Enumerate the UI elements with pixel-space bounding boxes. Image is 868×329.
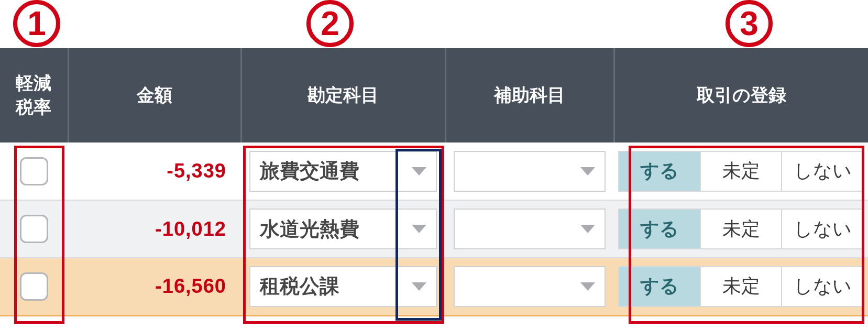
- register-segment: する 未定 しない: [618, 266, 864, 307]
- account-select-value: 租税公課: [260, 273, 339, 300]
- register-option-dont[interactable]: しない: [782, 267, 863, 306]
- col-header-reduced-rate: 軽減 税率: [0, 48, 68, 142]
- col-header-sub-account: 補助科目: [445, 48, 614, 142]
- annotation-badge-1: 1: [13, 0, 60, 47]
- register-option-undecided[interactable]: 未定: [701, 210, 783, 248]
- reduced-rate-checkbox[interactable]: [20, 157, 48, 185]
- sub-account-select[interactable]: [454, 209, 606, 249]
- register-option-undecided[interactable]: 未定: [701, 267, 783, 306]
- amount-cell: -5,339: [68, 142, 241, 200]
- register-option-dont[interactable]: しない: [782, 210, 863, 248]
- account-select[interactable]: 租税公課: [249, 266, 437, 307]
- col-header-account: 勘定科目: [241, 48, 445, 142]
- account-select[interactable]: 水道光熱費: [249, 209, 437, 249]
- register-option-do[interactable]: する: [619, 210, 701, 248]
- register-option-do[interactable]: する: [619, 152, 701, 191]
- chevron-down-icon: [580, 167, 595, 176]
- register-segment: する 未定 しない: [618, 209, 864, 249]
- register-option-do[interactable]: する: [619, 267, 701, 306]
- sub-account-select[interactable]: [454, 151, 606, 192]
- chevron-down-icon: [412, 167, 426, 176]
- chevron-down-icon: [580, 282, 595, 291]
- register-option-dont[interactable]: しない: [782, 152, 863, 191]
- account-select-value: 水道光熱費: [260, 216, 359, 243]
- table-row: -16,560 租税公課 する 未定 しない: [0, 258, 868, 315]
- table-row: -10,012 水道光熱費 する 未定 しない: [0, 200, 868, 258]
- amount-cell: -16,560: [68, 258, 241, 315]
- col-header-register: 取引の登録: [614, 48, 868, 142]
- transactions-table: 軽減 税率 金額 勘定科目 補助科目 取引の登録 -5,339 旅費交通費: [0, 48, 868, 316]
- chevron-down-icon: [580, 225, 595, 233]
- table-header-row: 軽減 税率 金額 勘定科目 補助科目 取引の登録: [0, 48, 868, 142]
- register-option-undecided[interactable]: 未定: [701, 152, 783, 191]
- annotation-badge-2: 2: [306, 0, 354, 47]
- annotation-badge-3: 3: [726, 0, 773, 47]
- amount-cell: -10,012: [68, 200, 241, 258]
- table-row: -5,339 旅費交通費 する 未定 しない: [0, 142, 868, 200]
- chevron-down-icon: [412, 282, 426, 291]
- account-select[interactable]: 旅費交通費: [249, 151, 437, 192]
- col-header-amount: 金額: [68, 48, 241, 142]
- reduced-rate-checkbox[interactable]: [20, 215, 48, 243]
- sub-account-select[interactable]: [454, 266, 606, 307]
- reduced-rate-checkbox[interactable]: [20, 272, 48, 301]
- register-segment: する 未定 しない: [618, 151, 864, 192]
- account-select-value: 旅費交通費: [260, 158, 359, 184]
- chevron-down-icon: [412, 225, 426, 233]
